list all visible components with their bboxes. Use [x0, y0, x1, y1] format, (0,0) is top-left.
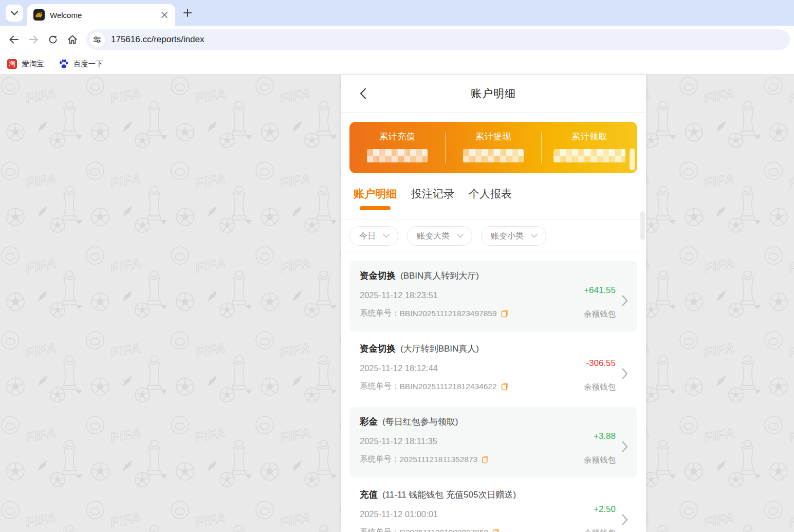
- transaction-info: 资金切换 (大厅转到BBIN真人) 2025-11-12 18:12:44 系统…: [360, 342, 551, 405]
- page-title: 账户明细: [471, 86, 516, 101]
- transaction-amount: +3.88: [551, 431, 616, 442]
- transaction-amount-block: -306.55 余额钱包: [551, 342, 628, 405]
- forward-button[interactable]: [24, 30, 43, 49]
- bookmark-taobao[interactable]: 淘 爱淘宝: [7, 59, 44, 69]
- browser-tab-welcome[interactable]: Welcome: [27, 4, 175, 26]
- gold-dragon-icon: [35, 11, 43, 19]
- chevron-left-icon: [360, 88, 366, 99]
- transaction-type: 彩金: [360, 415, 378, 428]
- order-number: BBIN202511121823497859: [400, 309, 497, 318]
- tab-close-button[interactable]: [160, 10, 169, 20]
- stat-label: 累计充值: [379, 131, 415, 142]
- forward-arrow-icon: [28, 35, 39, 44]
- bookmark-baidu[interactable]: 百度一下: [59, 59, 103, 69]
- stat-label: 累计领取: [571, 131, 607, 142]
- site-favicon: [33, 9, 45, 21]
- totals-card[interactable]: 累计充值 累计提现 累计领取: [349, 122, 637, 173]
- order-label: 系统单号：: [360, 381, 400, 392]
- close-icon: [161, 12, 168, 18]
- transaction-info: 资金切换 (BBIN真人转到大厅) 2025-11-12 18:23:51 系统…: [360, 269, 551, 332]
- baidu-paw-icon: [59, 59, 69, 69]
- reload-icon: [48, 34, 58, 45]
- filter-label: 今日: [359, 231, 376, 242]
- transaction-time: 2025-11-12 18:23:51: [360, 290, 551, 300]
- tab-label: 账户明细: [354, 188, 397, 199]
- tab-label: 个人报表: [469, 188, 512, 199]
- transaction-info: 充值 (11-11 钱能钱包 充值505次日赠送) 2025-11-12 01:…: [360, 488, 551, 532]
- bookmark-label: 爱淘宝: [22, 59, 44, 69]
- transaction-type: 资金切换: [360, 269, 396, 282]
- copy-icon[interactable]: [501, 309, 509, 318]
- transaction-info: 彩金 (每日红包参与领取) 2025-11-12 18:11:35 系统单号： …: [360, 415, 551, 478]
- wallet-label: 余额钱包: [551, 455, 616, 466]
- tab-search-button[interactable]: [6, 5, 23, 22]
- transaction-time: 2025-11-12 18:11:35: [360, 436, 551, 446]
- order-number: BBIN202511121812434622: [400, 382, 497, 391]
- transaction-list: 资金切换 (BBIN真人转到大厅) 2025-11-12 18:23:51 系统…: [341, 252, 646, 532]
- tab-personal-report[interactable]: 个人报表: [469, 187, 512, 209]
- transaction-desc: (大厅转到BBIN真人): [400, 343, 479, 355]
- chevron-right-icon: [622, 295, 628, 306]
- masked-value: [367, 149, 428, 162]
- masked-value: [463, 149, 524, 162]
- url-text: 175616.cc/reports/index: [111, 34, 204, 45]
- wallet-label: 余额钱包: [551, 382, 616, 393]
- transaction-time: 2025-11-12 18:12:44: [360, 363, 551, 373]
- order-number: 202511121811352873: [400, 455, 478, 464]
- tab-label: 投注记录: [411, 188, 454, 199]
- url-bar[interactable]: 175616.cc/reports/index: [86, 29, 790, 50]
- chevron-right-icon: [622, 441, 628, 452]
- back-button[interactable]: [4, 30, 24, 49]
- filter-major-category-dropdown[interactable]: 账变大类: [407, 226, 472, 246]
- home-button[interactable]: [63, 30, 82, 49]
- stat-total-deposit: 累计充值: [349, 122, 445, 173]
- page-content: FIFA: [0, 75, 794, 532]
- stat-label: 累计提现: [475, 131, 511, 142]
- transaction-row[interactable]: 资金切换 (大厅转到BBIN真人) 2025-11-12 18:12:44 系统…: [349, 334, 637, 405]
- bookmark-label: 百度一下: [73, 59, 103, 69]
- transaction-amount: +2.50: [551, 504, 616, 515]
- filter-date-dropdown[interactable]: 今日: [349, 226, 398, 246]
- transaction-row[interactable]: 充值 (11-11 钱能钱包 充值505次日赠送) 2025-11-12 01:…: [349, 480, 637, 532]
- chevron-right-icon: [622, 368, 628, 379]
- home-icon: [67, 34, 78, 45]
- wallet-label: 余额钱包: [551, 528, 616, 532]
- chevron-down-icon: [457, 234, 464, 238]
- transaction-amount-block: +641.55 余额钱包: [551, 269, 628, 332]
- tab-bet-records[interactable]: 投注记录: [411, 187, 454, 209]
- page-back-button[interactable]: [356, 87, 370, 100]
- account-detail-panel: 账户明细 累计充值 累计提现 累计领取 账户明细: [341, 75, 646, 532]
- transaction-amount: -306.55: [551, 358, 616, 369]
- transaction-amount: +641.55: [551, 285, 616, 296]
- new-tab-button[interactable]: [181, 6, 194, 20]
- reload-button[interactable]: [43, 30, 63, 49]
- transaction-desc: (11-11 钱能钱包 充值505次日赠送): [382, 489, 516, 501]
- filter-minor-category-dropdown[interactable]: 账变小类: [481, 226, 546, 246]
- transaction-amount-block: +3.88 余额钱包: [551, 415, 628, 478]
- browser-tab-strip: Welcome: [0, 0, 794, 26]
- panel-header: 账户明细: [341, 75, 646, 113]
- order-label: 系统单号：: [360, 454, 400, 465]
- transaction-type: 资金切换: [360, 342, 396, 355]
- site-settings-button[interactable]: [89, 32, 105, 47]
- masked-value: [553, 149, 625, 162]
- copy-icon[interactable]: [501, 382, 509, 391]
- copy-icon[interactable]: [482, 455, 489, 464]
- tab-title: Welcome: [50, 11, 160, 20]
- transaction-time: 2025-11-12 01:00:01: [360, 509, 551, 519]
- transaction-desc: (每日红包参与领取): [382, 416, 458, 428]
- back-arrow-icon: [9, 35, 19, 44]
- transaction-row[interactable]: 彩金 (每日红包参与领取) 2025-11-12 18:11:35 系统单号： …: [349, 407, 637, 478]
- stat-total-withdraw: 累计提现: [446, 122, 541, 173]
- next-stat-peek: [630, 149, 635, 170]
- stats-scroll-hint: [640, 211, 645, 240]
- order-label: 系统单号：: [360, 527, 400, 532]
- wallet-label: 余额钱包: [551, 309, 616, 320]
- tab-account-detail[interactable]: 账户明细: [354, 187, 397, 209]
- transaction-row[interactable]: 资金切换 (BBIN真人转到大厅) 2025-11-12 18:23:51 系统…: [349, 261, 637, 332]
- report-tabs: 账户明细 投注记录 个人报表: [341, 173, 646, 220]
- plus-icon: [183, 9, 192, 17]
- active-tab-underline: [360, 206, 391, 210]
- filter-label: 账变小类: [491, 231, 524, 242]
- copy-icon[interactable]: [492, 528, 500, 532]
